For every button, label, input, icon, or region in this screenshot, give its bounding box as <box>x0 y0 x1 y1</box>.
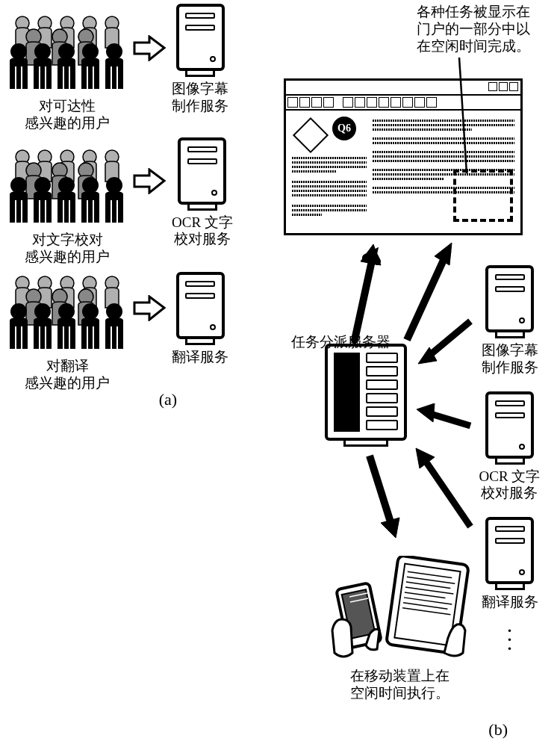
server-label: OCR 文字 校对服务 <box>479 468 541 503</box>
crowd-label: 对文字校对 感兴趣的用户 <box>7 232 127 266</box>
server-label: 图像字幕 制作服务 <box>482 342 538 376</box>
svg-point-10 <box>58 43 75 60</box>
server-label: 翻译服务 <box>482 594 538 611</box>
svg-point-9 <box>34 43 51 60</box>
server-icon: OCR 文字 校对服务 <box>172 137 233 249</box>
svg-point-34 <box>10 303 27 320</box>
label-line: 感兴趣的用户 <box>7 375 127 392</box>
server-label: OCR 文字 校对服务 <box>172 214 233 249</box>
mobile-label: 在移动装置上在 空闲时间执行。 <box>329 668 470 702</box>
server-icon: 翻译服务 <box>172 272 228 366</box>
portal-note: 各种任务被显示在 门户的一部分中以 在空闲时间完成。 <box>417 4 530 55</box>
callout-line <box>437 58 482 177</box>
label-line: 对可达性 <box>7 98 127 115</box>
label-line: 空闲时间执行。 <box>329 685 470 702</box>
crowd-icon: 对翻译 感兴趣的用户 <box>7 270 127 368</box>
svg-point-38 <box>106 303 122 320</box>
crowd-icon: 对可达性 感兴趣的用户 <box>7 10 127 108</box>
dispatch-server-icon <box>325 344 407 447</box>
user-service-row: 对翻译 感兴趣的用户 翻译服务 <box>7 270 254 368</box>
note-line: 各种任务被显示在 <box>417 4 530 21</box>
service-servers: 图像字幕 制作服务 OCR 文字 校对服务 翻译服务 ··· <box>470 265 549 653</box>
part-b-diagram: 各种任务被显示在 门户的一部分中以 在空闲时间完成。 Q6 <box>261 4 553 743</box>
label-line: 翻译服务 <box>482 594 538 611</box>
label-line: 对翻译 <box>7 358 127 375</box>
user-service-row: 对可达性 感兴趣的用户 图像字幕 制作服务 <box>7 4 254 115</box>
svg-point-22 <box>34 177 51 193</box>
label-line: 在移动装置上在 <box>329 668 470 685</box>
server-icon: 图像字幕 制作服务 <box>172 4 228 115</box>
svg-point-25 <box>106 177 122 193</box>
server-label: 翻译服务 <box>172 349 228 366</box>
note-line: 在空闲时间完成。 <box>417 38 530 55</box>
q6-badge: Q6 <box>332 117 356 140</box>
arrow-down-icon <box>358 452 411 542</box>
label-line: OCR 文字 <box>479 468 541 486</box>
user-service-row: 对文字校对 感兴趣的用户 OCR 文字 校对服务 <box>7 137 254 249</box>
mobile-devices-icon: 在移动装置上在 空闲时间执行。 <box>329 556 470 702</box>
label-line: 感兴趣的用户 <box>7 249 127 266</box>
arrow-right-icon <box>131 33 168 63</box>
task-highlight-box <box>453 170 513 222</box>
ellipsis-icon: ··· <box>470 626 549 653</box>
svg-point-21 <box>10 177 27 193</box>
server-icon: OCR 文字 校对服务 <box>470 391 549 503</box>
server-icon: 图像字幕 制作服务 <box>470 265 549 376</box>
arrow-left-icon <box>411 444 478 534</box>
label-line: 制作服务 <box>172 98 228 115</box>
svg-line-39 <box>459 58 467 173</box>
svg-point-24 <box>82 177 99 193</box>
label-line: OCR 文字 <box>172 214 233 232</box>
label-line: 图像字幕 <box>482 342 538 359</box>
crowd-icon: 对文字校对 感兴趣的用户 <box>7 144 127 241</box>
note-line: 门户的一部分中以 <box>417 21 530 38</box>
crowd-label: 对可达性 感兴趣的用户 <box>7 98 127 132</box>
svg-point-37 <box>82 303 99 320</box>
arrow-left-icon <box>411 317 478 370</box>
label-line: 感兴趣的用户 <box>7 115 127 132</box>
server-label: 图像字幕 制作服务 <box>172 81 228 115</box>
svg-point-35 <box>34 303 51 320</box>
label-line: 校对服务 <box>172 231 233 248</box>
svg-point-8 <box>10 43 27 60</box>
part-b-label: (b) <box>488 720 508 740</box>
svg-point-12 <box>106 43 122 60</box>
label-line: 图像字幕 <box>172 81 228 98</box>
crowd-label: 对翻译 感兴趣的用户 <box>7 358 127 392</box>
arrow-left-icon <box>411 403 478 433</box>
part-a-label: (a) <box>82 390 254 409</box>
server-icon: 翻译服务 <box>470 517 549 611</box>
svg-point-36 <box>58 303 75 320</box>
portal-window-icon: Q6 <box>284 78 523 235</box>
arrow-up-icon <box>340 235 392 347</box>
svg-point-23 <box>58 177 75 193</box>
svg-point-11 <box>82 43 99 60</box>
part-a-diagram: 对可达性 感兴趣的用户 图像字幕 制作服务 <box>7 4 254 409</box>
arrow-right-icon <box>131 167 168 196</box>
label-line: 校对服务 <box>479 485 541 502</box>
label-line: 制作服务 <box>482 359 538 376</box>
label-line: 翻译服务 <box>172 349 228 366</box>
label-line: 对文字校对 <box>7 232 127 249</box>
arrow-right-icon <box>131 293 168 323</box>
